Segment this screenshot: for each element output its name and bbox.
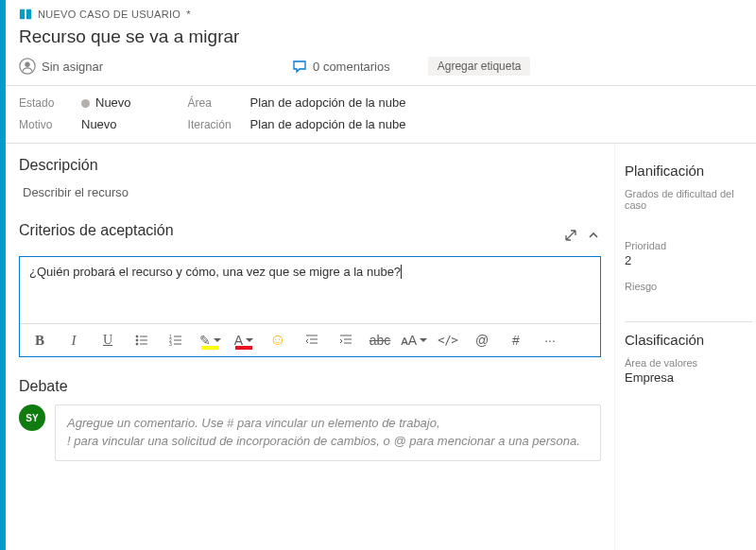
story-points-label: Grados de dificultad del caso	[625, 188, 752, 211]
acceptance-content[interactable]: ¿Quién probará el recurso y cómo, una ve…	[20, 257, 600, 323]
acceptance-section: Criterios de aceptación ¿Quién probará e…	[19, 222, 601, 357]
state-dot-icon	[81, 99, 90, 108]
classification-title: Clasificación	[625, 332, 752, 348]
work-item-title[interactable]: Recurso que se va a migrar	[19, 26, 743, 47]
bold-button[interactable]: B	[29, 330, 50, 351]
story-points-value[interactable]	[625, 213, 752, 227]
expand-icon[interactable]	[563, 228, 578, 243]
iteration-value[interactable]: Plan de adopción de la nube	[250, 117, 406, 131]
more-button[interactable]: ···	[540, 330, 560, 351]
svg-rect-0	[20, 9, 25, 20]
outdent-button[interactable]	[301, 330, 322, 351]
svg-point-3	[25, 62, 29, 67]
user-story-icon	[19, 8, 32, 21]
hashtag-button[interactable]: #	[506, 330, 526, 351]
debate-title: Debate	[19, 378, 601, 395]
value-area-value[interactable]: Empresa	[625, 370, 752, 385]
comments-count: 0 comentarios	[313, 60, 390, 74]
debate-section: Debate SY Agregue un comentario. Use # p…	[19, 378, 601, 461]
sidebar-divider	[625, 321, 752, 322]
acceptance-editor[interactable]: ¿Quién probará el recurso y cómo, una ve…	[19, 256, 601, 357]
comments-link[interactable]: 0 comentarios	[292, 59, 390, 74]
svg-point-4	[136, 335, 138, 337]
svg-text:3: 3	[169, 341, 172, 347]
indent-button[interactable]	[335, 330, 356, 351]
priority-value[interactable]: 2	[625, 253, 752, 267]
add-tag-button[interactable]: Agregar etiqueta	[428, 57, 531, 76]
acceptance-title: Criterios de aceptación	[19, 222, 174, 239]
body: Descripción Describir el recurso Criteri…	[6, 144, 756, 550]
code-button[interactable]: </>	[438, 330, 458, 351]
reason-value[interactable]: Nuevo	[81, 117, 117, 131]
comment-icon	[292, 59, 307, 74]
rich-text-toolbar: B I U 123 ✎ A ☺ abc ᴀA </> @	[20, 323, 600, 356]
state-value[interactable]: Nuevo	[81, 95, 131, 110]
area-label: Área	[188, 96, 233, 110]
emoji-button[interactable]: ☺	[267, 330, 288, 351]
priority-label: Prioridad	[625, 240, 752, 251]
font-size-button[interactable]: ᴀA	[404, 330, 424, 351]
risk-value[interactable]	[625, 294, 752, 308]
reason-label: Motivo	[19, 118, 64, 131]
field-strip: Estado Nuevo Motivo Nuevo Área Plan de a…	[6, 86, 756, 144]
description-section: Descripción Describir el recurso	[19, 157, 601, 201]
bulleted-list-button[interactable]	[131, 330, 152, 351]
person-icon	[19, 58, 36, 75]
italic-button[interactable]: I	[63, 330, 84, 351]
comment-placeholder-line2: ! para vincular una solicitud de incorpo…	[67, 434, 580, 448]
highlight-button[interactable]: ✎	[199, 330, 220, 351]
header: NUEVO CASO DE USUARIO * Recurso que se v…	[6, 0, 756, 86]
dirty-indicator: *	[186, 9, 191, 20]
collapse-chevron-icon[interactable]	[586, 228, 601, 243]
svg-rect-1	[26, 9, 31, 20]
underline-button[interactable]: U	[97, 330, 118, 351]
strikethrough-button[interactable]: abc	[369, 330, 390, 351]
work-item-form: NUEVO CASO DE USUARIO * Recurso que se v…	[6, 0, 756, 550]
meta-row: Sin asignar 0 comentarios Agregar etique…	[19, 57, 743, 76]
state-label: Estado	[19, 96, 64, 110]
description-field[interactable]: Describir el recurso	[19, 183, 601, 201]
svg-point-6	[136, 339, 138, 341]
user-avatar: SY	[19, 404, 45, 431]
assignee-picker[interactable]: Sin asignar	[19, 58, 103, 75]
comment-placeholder-line1: Agregue un comentario. Use # para vincul…	[67, 416, 440, 430]
font-color-button[interactable]: A	[233, 330, 254, 351]
risk-label: Riesgo	[625, 281, 752, 292]
iteration-label: Iteración	[188, 118, 233, 131]
work-item-type-row: NUEVO CASO DE USUARIO *	[19, 8, 743, 21]
assignee-label: Sin asignar	[42, 60, 103, 74]
numbered-list-button[interactable]: 123	[165, 330, 186, 351]
planning-title: Planificación	[625, 163, 752, 179]
work-item-type-label: NUEVO CASO DE USUARIO	[38, 9, 180, 20]
area-value[interactable]: Plan de adopción de la nube	[250, 95, 406, 110]
mention-button[interactable]: @	[472, 330, 492, 351]
right-sidebar: Planificación Grados de dificultad del c…	[614, 144, 756, 550]
description-title: Descripción	[19, 157, 601, 174]
svg-point-8	[136, 343, 138, 345]
value-area-label: Área de valores	[625, 357, 752, 369]
left-column: Descripción Describir el recurso Criteri…	[6, 144, 614, 550]
comment-input[interactable]: Agregue un comentario. Use # para vincul…	[55, 404, 601, 461]
